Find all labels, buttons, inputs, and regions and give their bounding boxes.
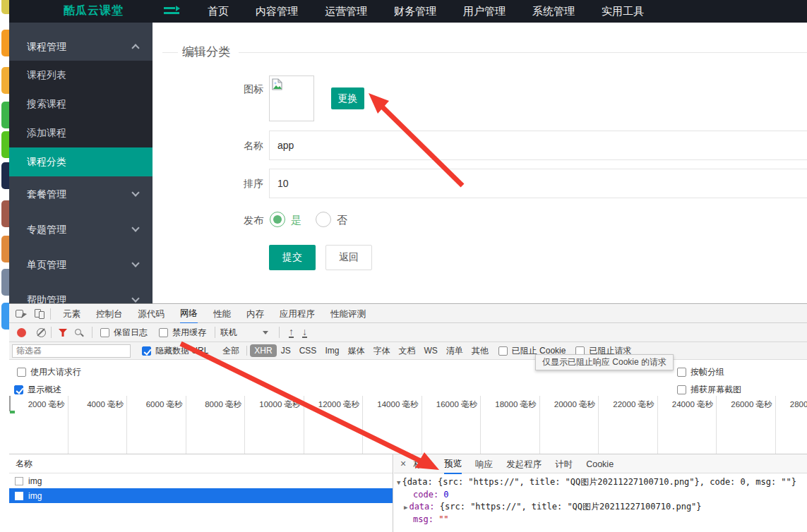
topnav-item-system[interactable]: 系统管理	[532, 5, 575, 18]
taskbar-app-icon[interactable]	[1, 303, 9, 330]
taskbar-app-icon[interactable]	[1, 67, 9, 94]
topnav-item-operation[interactable]: 运营管理	[325, 5, 367, 18]
json-data-line[interactable]: ▶data: {src: "https://", title: "QQ图片202…	[394, 501, 807, 514]
group-by-frame-checkbox[interactable]	[677, 368, 686, 377]
filter-pill-doc[interactable]: 文档	[394, 344, 419, 358]
detail-tab-headers[interactable]: 标头	[413, 454, 431, 473]
sidebar-group-page[interactable]: 单页管理	[9, 247, 153, 282]
taskbar-app-icon[interactable]	[1, 200, 9, 227]
disable-cache-checkbox[interactable]	[159, 328, 168, 337]
tab-console[interactable]: 控制台	[96, 305, 123, 323]
throttling-select[interactable]: 联机	[220, 327, 237, 339]
category-icon-preview[interactable]	[269, 75, 314, 121]
filter-pill-js[interactable]: JS	[277, 344, 295, 357]
json-root-line[interactable]: ▼{data: {src: "https://", title: "QQ图片20…	[394, 476, 807, 489]
detail-tab-preview[interactable]: 预览	[444, 454, 462, 474]
divider	[246, 346, 247, 356]
name-input[interactable]	[269, 131, 807, 160]
blocked-cookies-checkbox[interactable]	[498, 346, 508, 356]
hide-data-url-checkbox[interactable]	[142, 346, 151, 356]
requests-name-header[interactable]: 名称	[9, 454, 393, 473]
big-request-rows-label[interactable]: 使用大请求行	[30, 366, 81, 378]
topnav-item-user[interactable]: 用户管理	[463, 5, 506, 18]
filter-funnel-icon[interactable]	[58, 328, 68, 337]
publish-yes-radio[interactable]	[270, 212, 285, 227]
topnav-item-finance[interactable]: 财务管理	[394, 5, 436, 18]
filter-pill-img[interactable]: Img	[321, 344, 343, 357]
detail-tab-initiator[interactable]: 发起程序	[506, 454, 542, 473]
publish-no-radio[interactable]	[316, 212, 331, 227]
sidebar-item-search-course[interactable]: 搜索课程	[9, 90, 153, 119]
sidebar-item-add-course[interactable]: 添加课程	[9, 119, 153, 147]
sidebar-group-help[interactable]: 帮助管理	[9, 282, 153, 303]
preserve-log-label[interactable]: 保留日志	[114, 327, 148, 339]
sidebar-group-package[interactable]: 套餐管理	[9, 176, 153, 212]
network-overview-timeline[interactable]: 2000 毫秒 4000 毫秒 6000 毫秒 8000 毫秒 10000 毫秒…	[9, 396, 807, 454]
tab-memory[interactable]: 内存	[246, 305, 264, 323]
topnav-item-tools[interactable]: 实用工具	[602, 5, 644, 18]
taskbar-app-icon[interactable]	[1, 131, 9, 158]
clear-icon[interactable]	[37, 328, 46, 337]
chevron-down-icon	[131, 188, 139, 196]
sidebar-toggle-icon[interactable]	[164, 6, 181, 17]
taskbar-app-icon[interactable]	[1, 236, 9, 262]
detail-tab-timing[interactable]: 计时	[555, 454, 573, 473]
filter-pill-all[interactable]: 全部	[218, 344, 244, 358]
filter-pill-xhr[interactable]: XHR	[250, 344, 276, 357]
back-button[interactable]: 返回	[325, 245, 372, 270]
taskbar-app-icon[interactable]	[1, 102, 9, 128]
detail-tab-cookies[interactable]: Cookie	[586, 455, 614, 472]
divider	[92, 327, 92, 338]
sidebar-item-course-category[interactable]: 课程分类	[9, 147, 153, 176]
import-har-icon[interactable]: ↑	[289, 327, 294, 338]
taskbar-app-icon[interactable]	[1, 162, 9, 189]
topnav-item-home[interactable]: 首页	[208, 5, 229, 18]
hide-data-url-label[interactable]: 隐藏数据 URL	[155, 345, 208, 357]
taskbar-app-icon[interactable]	[1, 0, 9, 14]
search-icon[interactable]	[75, 329, 81, 335]
show-overview-label[interactable]: 显示概述	[28, 384, 61, 396]
timeline-tick: 26000 毫秒	[717, 396, 776, 454]
taskbar-app-icon[interactable]	[1, 269, 9, 296]
group-by-frame-label[interactable]: 按帧分组	[691, 366, 724, 378]
topnav-item-content[interactable]: 内容管理	[256, 5, 298, 18]
tab-sources[interactable]: 源代码	[138, 305, 165, 323]
tab-application[interactable]: 应用程序	[280, 305, 315, 323]
filter-input[interactable]	[12, 344, 131, 358]
submit-button[interactable]: 提交	[269, 245, 316, 270]
filter-pill-media[interactable]: 媒体	[343, 344, 369, 358]
filter-pill-manifest[interactable]: 清单	[442, 344, 467, 358]
close-icon[interactable]: ×	[400, 458, 406, 469]
taskbar-app-icon[interactable]	[1, 30, 9, 56]
sidebar-item-course-list[interactable]: 课程列表	[9, 61, 153, 90]
sort-input[interactable]	[269, 169, 807, 198]
sidebar-group-label: 课程管理	[27, 41, 66, 52]
filter-pill-ws[interactable]: WS	[419, 344, 441, 357]
show-overview-checkbox[interactable]	[14, 385, 23, 394]
capture-screenshots-label[interactable]: 捕获屏幕截图	[691, 384, 741, 396]
tab-performance[interactable]: 性能	[213, 305, 231, 323]
tab-lighthouse[interactable]: 性能评测	[330, 305, 366, 323]
change-icon-button[interactable]: 更换	[331, 87, 364, 109]
sidebar-group-course[interactable]: 课程管理	[9, 32, 153, 61]
tab-elements[interactable]: 元素	[63, 305, 80, 323]
detail-tab-response[interactable]: 响应	[475, 454, 493, 473]
sidebar-group-topic[interactable]: 专题管理	[9, 212, 153, 247]
dropdown-arrow-icon[interactable]	[263, 331, 268, 334]
publish-field-label: 发布	[221, 214, 263, 227]
capture-screenshots-checkbox[interactable]	[677, 385, 686, 394]
request-row-selected[interactable]: img	[9, 488, 393, 503]
tab-network[interactable]: 网络	[180, 304, 198, 324]
request-row[interactable]: img	[9, 473, 393, 488]
filter-pill-font[interactable]: 字体	[369, 344, 394, 358]
export-har-icon[interactable]: ↓	[302, 327, 307, 338]
preserve-log-checkbox[interactable]	[100, 328, 109, 337]
timeline-tick: 18000 毫秒	[481, 396, 540, 454]
filter-pill-other[interactable]: 其他	[467, 344, 493, 358]
record-icon[interactable]	[17, 328, 26, 337]
big-request-rows-checkbox[interactable]	[17, 368, 26, 377]
disable-cache-label[interactable]: 禁用缓存	[172, 327, 206, 339]
filter-pill-css[interactable]: CSS	[295, 344, 321, 357]
inspect-element-icon[interactable]	[16, 308, 26, 319]
device-toolbar-icon[interactable]	[35, 309, 45, 319]
